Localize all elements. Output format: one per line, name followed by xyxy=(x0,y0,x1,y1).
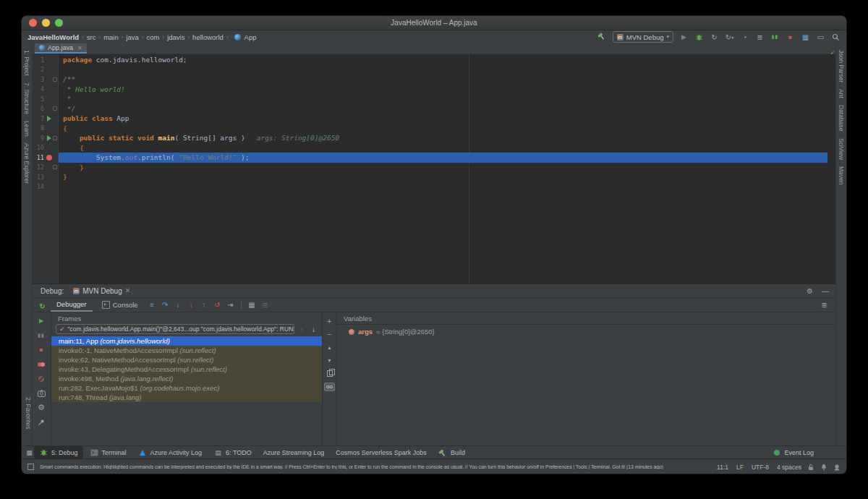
search-everywhere-icon[interactable] xyxy=(831,33,841,42)
frame-row[interactable]: main:11, App (com.jdavis.helloworld) xyxy=(51,336,322,346)
code-line[interactable]: public static void main( String[] args )… xyxy=(59,133,827,143)
thread-dump-camera-icon[interactable] xyxy=(37,388,46,398)
line-number[interactable]: 14 xyxy=(32,183,44,190)
line-number[interactable]: 11 xyxy=(32,154,44,161)
tool-window-button-cosmos-serverless-spark-jobs[interactable]: Cosmos Serverless Spark Jobs xyxy=(331,448,432,458)
code-line[interactable]: package com.jdavis.helloworld; xyxy=(59,55,827,65)
running-processes-icon[interactable]: ▮▮ xyxy=(770,33,780,42)
close-tab-icon[interactable]: ✕ xyxy=(77,45,82,51)
step-over-icon[interactable]: ↷ xyxy=(161,300,170,310)
up-icon[interactable]: ▲ xyxy=(325,343,334,352)
breadcrumb-item-app[interactable]: App xyxy=(244,33,257,41)
drop-frame-icon[interactable]: ↺ xyxy=(213,300,222,310)
trace-icon[interactable]: ≣ xyxy=(260,300,270,310)
step-out-icon[interactable]: ↑ xyxy=(200,300,209,310)
code-line[interactable]: */ xyxy=(59,104,827,114)
hide-panel-icon[interactable]: — xyxy=(822,287,829,295)
code-line[interactable] xyxy=(59,65,827,75)
close-session-icon[interactable]: ✕ xyxy=(125,287,131,294)
fold-icon[interactable] xyxy=(53,77,57,82)
zoom-window-button[interactable] xyxy=(55,19,63,27)
status-widget-lf[interactable]: LF xyxy=(736,464,744,471)
sidebar-item-sciview[interactable]: SciView xyxy=(838,138,845,160)
toolwindow-layout-icon[interactable]: ▦ xyxy=(801,33,810,42)
breadcrumb-item-com[interactable]: com xyxy=(147,33,160,41)
sidebar-item-ant[interactable]: Ant xyxy=(838,89,845,98)
tool-window-button-terminal[interactable]: Terminal xyxy=(85,446,132,459)
code-area[interactable]: package com.jdavis.helloworld;/** * Hell… xyxy=(59,54,827,283)
next-frame-icon[interactable]: ↓ xyxy=(310,325,318,334)
debug-icon[interactable] xyxy=(694,33,704,42)
line-number[interactable]: 6 xyxy=(32,105,44,112)
line-number[interactable]: 7 xyxy=(32,115,44,122)
previous-frame-icon[interactable]: ↑ xyxy=(298,325,306,334)
debug-settings-gear-icon[interactable]: ⚙ xyxy=(807,287,813,295)
variable-row[interactable]: args = {String[0]@2650} xyxy=(337,325,836,336)
preview-window-icon[interactable]: ▭ xyxy=(816,33,825,42)
run-with-coverage-icon[interactable]: ↻▾ xyxy=(725,33,734,42)
thread-selector-combo[interactable]: ✓ "com.jdavis.helloworld.App.main()"@2,6… xyxy=(56,324,294,334)
watch-return-icon[interactable]: oo xyxy=(325,382,334,391)
down-icon[interactable]: ▼ xyxy=(325,356,334,365)
breadcrumb-item-helloworld[interactable]: helloworld xyxy=(192,33,224,41)
resume-icon[interactable]: ▶ xyxy=(37,316,46,325)
code-line[interactable]: } xyxy=(59,172,827,182)
line-number[interactable]: 10 xyxy=(32,144,44,151)
code-line[interactable]: * Hello world! xyxy=(59,85,827,95)
breadcrumb-item-src[interactable]: src xyxy=(87,33,96,41)
line-number[interactable]: 4 xyxy=(32,85,44,93)
sidebar-item-7-structure[interactable]: 7: Structure xyxy=(23,82,30,114)
code-line[interactable]: } xyxy=(59,163,827,173)
remove-icon[interactable]: − xyxy=(325,330,334,339)
tool-window-switcher-icon[interactable]: ▦ xyxy=(25,448,34,457)
line-number[interactable]: 1 xyxy=(32,56,44,64)
run-config-combo[interactable]: MVN Debug ▾ xyxy=(613,31,673,43)
line-number[interactable]: 5 xyxy=(32,95,44,103)
mute-breakpoints-icon[interactable] xyxy=(37,374,46,383)
sidebar-item-favorites[interactable]: 2: Favorites xyxy=(22,397,32,429)
editor-tab-app-java[interactable]: App.java ✕ xyxy=(35,43,87,54)
tab-console[interactable]: Console xyxy=(96,298,144,312)
line-number[interactable]: 13 xyxy=(32,174,44,181)
pin-icon[interactable] xyxy=(37,417,46,427)
line-number[interactable]: 8 xyxy=(32,124,44,132)
tool-window-button-build[interactable]: Build xyxy=(433,446,470,459)
force-run-icon[interactable]: ≣ xyxy=(755,33,765,42)
sidebar-item-azure-explorer[interactable]: Azure Explorer xyxy=(23,143,30,184)
tool-window-button-azure-streaming-log[interactable]: Azure Streaming Log xyxy=(258,448,330,458)
view-breakpoints-icon[interactable] xyxy=(37,359,46,369)
run-to-cursor-icon[interactable]: ⇥ xyxy=(226,300,235,310)
code-editor[interactable]: 1234567891011121314 package com.jdavis.h… xyxy=(32,54,836,283)
code-line[interactable]: { xyxy=(59,143,827,153)
pause-icon[interactable]: ▮▮ xyxy=(37,330,46,340)
breakpoint-icon[interactable] xyxy=(44,153,54,163)
attach-debugger-icon[interactable]: ↻ xyxy=(710,33,719,42)
breadcrumb-item-main[interactable]: main xyxy=(103,33,119,41)
code-line[interactable] xyxy=(59,182,827,192)
stop-debug-icon[interactable]: ■ xyxy=(37,345,46,354)
step-into-icon[interactable]: ↓ xyxy=(174,300,183,310)
status-widget-utf-8[interactable]: UTF-8 xyxy=(752,464,769,471)
frame-row[interactable]: invoke:43, DelegatingMethodAccessorImpl … xyxy=(51,364,322,374)
force-step-into-icon[interactable]: ↓ xyxy=(187,300,196,310)
profile-icon[interactable]: ◔ xyxy=(740,33,749,42)
run-icon[interactable]: ▶ xyxy=(679,33,689,42)
minimize-window-button[interactable] xyxy=(42,19,50,27)
status-widget-11-1[interactable]: 11:1 xyxy=(717,464,728,471)
line-number[interactable]: 9 xyxy=(32,135,44,142)
stop-icon[interactable]: ■ xyxy=(786,33,795,42)
code-line[interactable]: * xyxy=(59,94,827,104)
close-window-button[interactable] xyxy=(29,19,37,27)
frame-row[interactable]: invoke0:-1, NativeMethodAccessorImpl (su… xyxy=(51,346,322,355)
code-line[interactable]: /** xyxy=(59,74,827,85)
sidebar-item-maven[interactable]: Maven xyxy=(838,166,845,185)
restore-layout-icon[interactable]: ≣ xyxy=(820,300,829,310)
tool-window-button-5-debug[interactable]: 5: Debug xyxy=(34,446,83,459)
hammer-icon[interactable] xyxy=(597,32,607,41)
tool-window-button-azure-activity-log[interactable]: Azure Activity Log xyxy=(133,446,208,459)
tab-debugger[interactable]: Debugger xyxy=(51,298,93,312)
layout-icon[interactable]: ≡ xyxy=(148,300,157,310)
rerun-debug-icon[interactable]: ↻ xyxy=(38,302,47,311)
notifications-bell-icon[interactable] xyxy=(820,464,827,471)
frame-row[interactable]: invoke:62, NativeMethodAccessorImpl (sun… xyxy=(51,355,322,364)
